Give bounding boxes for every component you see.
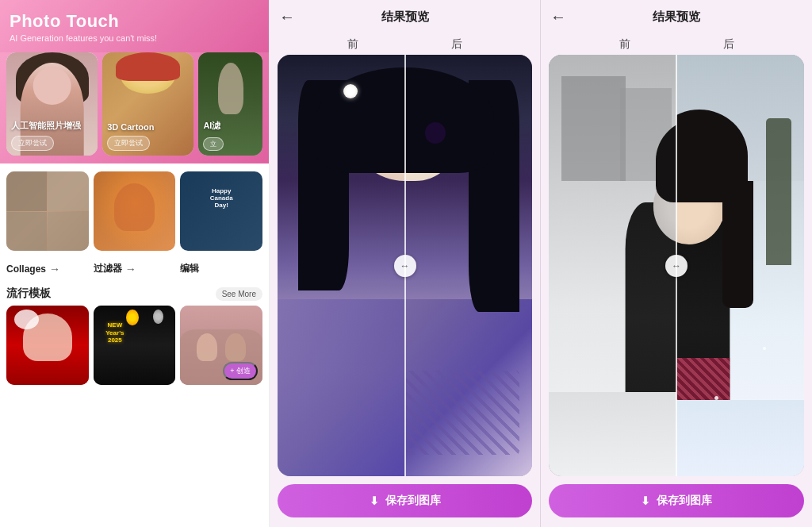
right-back-button[interactable]: ← <box>550 8 566 26</box>
center-save-button[interactable]: ⬇ 保存到图库 <box>278 484 532 517</box>
right-preview-header: ← 结果预览 <box>541 0 812 34</box>
see-more-button[interactable]: See More <box>216 287 262 301</box>
arrow-icon-1: → <box>49 263 60 275</box>
collage-cell <box>48 171 88 211</box>
try-btn-2[interactable]: 立即尝试 <box>107 136 150 151</box>
create-button[interactable]: + 创造 <box>223 362 258 380</box>
right-save-label: 保存到图库 <box>657 494 712 508</box>
template-card-2[interactable]: NEWYear's2025 <box>94 306 176 385</box>
app-subtitle: AI Generation features you can't miss! <box>10 33 259 43</box>
center-ba-labels: 前 后 <box>270 34 540 55</box>
center-preview-title: 结果预览 <box>381 10 429 25</box>
right-drag-handle[interactable]: ↔ <box>665 255 688 277</box>
center-back-button[interactable]: ← <box>279 8 295 26</box>
collage-card-2[interactable] <box>94 171 176 251</box>
center-before-label: 前 <box>347 37 358 52</box>
center-save-icon: ⬇ <box>370 494 379 507</box>
collage-card-1[interactable] <box>6 171 89 251</box>
right-ba-labels: 前 后 <box>541 34 812 55</box>
banner-label-2: 3D Cartoon <box>107 122 189 132</box>
popular-header: 流行模板 See More <box>0 282 269 306</box>
center-drag-handle[interactable]: ↔ <box>394 255 416 277</box>
right-before-label: 前 <box>619 37 630 52</box>
center-before-image <box>278 55 405 476</box>
right-save-button[interactable]: ⬇ 保存到图库 <box>549 484 804 517</box>
collage-cell <box>6 212 47 252</box>
try-btn-3[interactable]: 立 <box>203 137 224 151</box>
right-before-image <box>549 55 676 476</box>
try-btn-1[interactable]: 立即尝试 <box>11 136 54 151</box>
collage-grid <box>6 171 89 251</box>
right-panel: ← 结果预览 前 后 <box>541 0 812 527</box>
canada-day-text: HappyCanadaDay! <box>189 187 255 209</box>
right-image-container[interactable]: ↔ <box>549 55 804 476</box>
collage-label-1[interactable]: Collages → <box>6 262 89 275</box>
app-header: Photo Touch AI Generation features you c… <box>0 0 269 52</box>
collage-card-3[interactable]: HappyCanadaDay! <box>180 171 262 251</box>
banner-label-1: 人工智能照片增强 <box>11 120 93 132</box>
collage-cell <box>6 171 47 211</box>
banner-card-ai2[interactable]: AI滤 立 <box>198 52 262 156</box>
right-after-image <box>676 55 804 476</box>
collage-label-3[interactable]: 编辑 <box>180 262 262 275</box>
right-preview-title: 结果预览 <box>653 10 700 25</box>
banner-card-ai[interactable]: 人工智能照片增强 立即尝试 <box>6 52 98 156</box>
center-after-label: 后 <box>451 37 462 52</box>
collage-cell <box>48 212 88 252</box>
template-card-3[interactable]: + 创造 <box>180 306 262 385</box>
center-preview-header: ← 结果预览 <box>270 0 540 34</box>
center-panel: ← 结果预览 前 后 <box>270 0 541 527</box>
banner-section: 人工智能照片增强 立即尝试 3D Cartoon 立即尝试 AI滤 立 <box>0 52 269 163</box>
right-after-label: 后 <box>723 37 734 52</box>
right-save-icon: ⬇ <box>641 494 650 507</box>
collage-label-row: Collages → 过滤器 → 编辑 <box>0 259 269 282</box>
collage-label-2[interactable]: 过滤器 → <box>94 262 176 275</box>
center-save-label: 保存到图库 <box>385 494 441 508</box>
left-panel: Photo Touch AI Generation features you c… <box>0 0 270 527</box>
collage-section: HappyCanadaDay! <box>0 163 269 259</box>
template-card-1[interactable] <box>6 306 89 385</box>
banner-card-3d[interactable]: 3D Cartoon 立即尝试 <box>102 52 193 156</box>
center-image-container[interactable]: ↔ <box>278 55 532 476</box>
center-after-image <box>405 55 533 476</box>
popular-title: 流行模板 <box>6 287 51 301</box>
app-title: Photo Touch <box>10 11 259 32</box>
template-row: NEWYear's2025 + 创造 <box>0 306 269 393</box>
new-year-text: NEWYear's2025 <box>105 321 124 344</box>
banner-label-3: AI滤 <box>203 120 258 132</box>
arrow-icon-2: → <box>125 263 136 275</box>
